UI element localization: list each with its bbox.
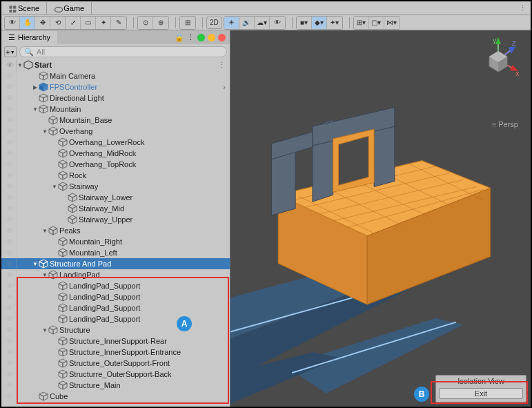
lighting-toggle-button[interactable]: ☀ <box>224 17 239 29</box>
hierarchy-item[interactable]: 👁Structurre_OuterSupport-Back <box>1 369 230 380</box>
hierarchy-item[interactable]: 👁Structure_OuterSupport-Front <box>1 358 230 369</box>
hierarchy-item[interactable]: 👁Mountain_Base <box>1 115 230 126</box>
rotate-tool-button[interactable]: ⟲ <box>50 17 66 29</box>
foldout-down-icon[interactable]: ▼ <box>32 261 39 267</box>
visibility-toggle-icon[interactable]: 👁 <box>4 369 17 380</box>
visibility-toggle-icon[interactable]: 👁 <box>4 258 17 269</box>
hierarchy-item[interactable]: 👁Stairway_Mid <box>1 203 230 214</box>
hierarchy-tree[interactable]: 👁 ▼ Start ⋮ 👁Main Camera👁▶FPSController›… <box>1 59 230 407</box>
foldout-down-icon[interactable]: ▼ <box>41 228 48 234</box>
hierarchy-item[interactable]: 👁Mountain_Left <box>1 247 230 258</box>
visibility-toggle-icon[interactable]: 👁 <box>4 93 17 104</box>
visibility-toggle-icon[interactable]: 👁 <box>4 236 17 247</box>
hierarchy-item[interactable]: 👁LandingPad_Support <box>1 291 230 302</box>
traffic-red-icon[interactable] <box>218 34 226 41</box>
projection-label[interactable]: ≡ Persp <box>492 120 518 128</box>
hierarchy-item[interactable]: 👁Stairway_Lower <box>1 192 230 203</box>
foldout-right-icon[interactable]: ▶ <box>32 84 39 90</box>
visibility-toggle-icon[interactable]: 👁 <box>4 170 17 181</box>
2d-toggle-button[interactable]: 2D <box>206 17 222 29</box>
tab-scene[interactable]: Scene <box>1 2 47 14</box>
visibility-toggle-icon[interactable]: 👁 <box>4 280 17 291</box>
visibility-toggle-icon[interactable]: 👁 <box>4 81 17 93</box>
scene-menu-icon[interactable]: ⋮ <box>218 61 226 70</box>
visibility-toggle-icon[interactable]: 👁 <box>4 247 17 258</box>
pivot-mode-button[interactable]: ⊙ <box>138 17 153 29</box>
grid-snap-button[interactable]: ⊞ <box>180 17 195 29</box>
hierarchy-item[interactable]: 👁Structure_InnerSupport-Entrance <box>1 347 230 358</box>
visibility-toggle-icon[interactable]: 👁 <box>4 104 17 115</box>
camera-button[interactable]: ■▾ <box>297 17 312 29</box>
hierarchy-item[interactable]: 👁▼LandingPad <box>1 269 230 280</box>
visibility-toggle-icon[interactable]: 👁 <box>4 214 17 225</box>
hierarchy-tab[interactable]: ☰ Hierarchy <box>1 31 57 44</box>
visibility-toggle-icon[interactable]: 👁 <box>4 181 17 192</box>
prefab-open-icon[interactable]: › <box>223 83 230 91</box>
scene-root-row[interactable]: 👁 ▼ Start ⋮ <box>1 59 230 70</box>
panel-menu-icon[interactable]: ⋮ <box>187 33 195 42</box>
visibility-toggle-icon[interactable]: 👁 <box>4 148 17 159</box>
tab-game[interactable]: Game <box>47 2 92 14</box>
fx-toggle-button[interactable]: ☁▾ <box>255 17 270 29</box>
hierarchy-item[interactable]: 👁LandingPad_Support <box>1 302 230 313</box>
extra-button[interactable]: ⋈▾ <box>384 17 400 29</box>
foldout-down-icon[interactable]: ▼ <box>17 62 23 68</box>
visibility-toggle-icon[interactable]: 👁 <box>4 59 17 70</box>
hierarchy-item[interactable]: 👁▼Overhang <box>1 126 230 137</box>
visibility-toggle-icon[interactable]: 👁 <box>4 380 17 391</box>
hand-tool-button[interactable]: ✋ <box>20 17 35 29</box>
foldout-down-icon[interactable]: ▼ <box>51 184 58 190</box>
scale-tool-button[interactable]: ⤢ <box>66 17 81 29</box>
hierarchy-item[interactable]: 👁Structure_Main <box>1 380 230 391</box>
visibility-toggle-icon[interactable]: 👁 <box>4 302 17 313</box>
visibility-toggle-icon[interactable]: 👁 <box>4 269 17 280</box>
hierarchy-item[interactable]: 👁Stairway_Upper <box>1 214 230 225</box>
hierarchy-item[interactable]: 👁Overhang_LowerRock <box>1 137 230 148</box>
layers-button[interactable]: ⊞▾ <box>354 17 369 29</box>
hierarchy-item[interactable]: 👁Mountain_Right <box>1 236 230 247</box>
move-tool-button[interactable]: ✥ <box>35 17 50 29</box>
visibility-toggle-icon[interactable]: 👁 <box>4 347 17 358</box>
hierarchy-item[interactable]: 👁Structure_InnerSupport-Rear <box>1 336 230 347</box>
visibility-toggle-icon[interactable]: 👁 <box>4 203 17 214</box>
lock-icon[interactable]: 🔒 <box>175 33 184 42</box>
orientation-gizmo[interactable]: y x z <box>474 36 522 84</box>
view-tool-button[interactable]: 👁 <box>5 17 20 29</box>
visibility-toggle-icon[interactable]: 👁 <box>4 126 17 137</box>
hierarchy-search-input[interactable]: 🔍 All <box>19 46 227 57</box>
visibility-toggle-icon[interactable]: 👁 <box>4 159 17 170</box>
visibility-toggle-icon[interactable]: 👁 <box>4 391 17 402</box>
hierarchy-item[interactable]: 👁▼Mountain <box>1 104 230 115</box>
hierarchy-item[interactable]: 👁Directional Light <box>1 93 230 104</box>
foldout-down-icon[interactable]: ▼ <box>41 128 48 135</box>
custom-tool-button[interactable]: ✎ <box>111 17 126 29</box>
hierarchy-item[interactable]: 👁Overhang_TopRock <box>1 159 230 170</box>
gizmos-button[interactable]: ◆▾ <box>312 17 327 29</box>
rect-tool-button[interactable]: ▭ <box>81 17 96 29</box>
foldout-down-icon[interactable]: ▼ <box>41 272 48 278</box>
hierarchy-item[interactable]: 👁Rock <box>1 170 230 181</box>
visibility-toggle-icon[interactable]: 👁 <box>4 291 17 302</box>
visibility-toggle-icon[interactable]: 👁 <box>4 313 17 324</box>
hierarchy-item[interactable]: 👁Overhang_MidRock <box>1 148 230 159</box>
hierarchy-item[interactable]: 👁Cube <box>1 391 230 402</box>
hierarchy-item[interactable]: 👁▶FPSController› <box>1 81 230 93</box>
scene-viewport[interactable]: y x z ≡ Persp Isolation View Exit <box>230 30 531 407</box>
visibility-toggle-icon[interactable]: 👁 <box>4 70 17 81</box>
effects-button[interactable]: ✦▾ <box>327 17 342 29</box>
transform-tool-button[interactable]: ✦ <box>96 17 111 29</box>
rotation-mode-button[interactable]: ⊕ <box>153 17 168 29</box>
hierarchy-item[interactable]: 👁▼Peaks <box>1 225 230 236</box>
traffic-yellow-icon[interactable] <box>208 34 215 41</box>
visibility-toggle-icon[interactable]: 👁 <box>4 225 17 236</box>
hierarchy-item[interactable]: 👁LandingPad_Support <box>1 313 230 324</box>
foldout-down-icon[interactable]: ▼ <box>32 106 39 113</box>
hierarchy-item[interactable]: 👁▼Structure And Pad <box>1 258 230 269</box>
visibility-toggle-icon[interactable]: 👁 <box>4 192 17 203</box>
traffic-green-icon[interactable] <box>197 34 205 41</box>
visibility-toggle-icon[interactable]: 👁 <box>4 336 17 347</box>
hierarchy-item[interactable]: 👁LandingPad_Support <box>1 280 230 291</box>
dropdown-button[interactable]: ▢▾ <box>369 17 384 29</box>
visibility-toggle-icon[interactable]: 👁 <box>4 358 17 369</box>
create-button[interactable]: + ▼ <box>4 46 17 57</box>
